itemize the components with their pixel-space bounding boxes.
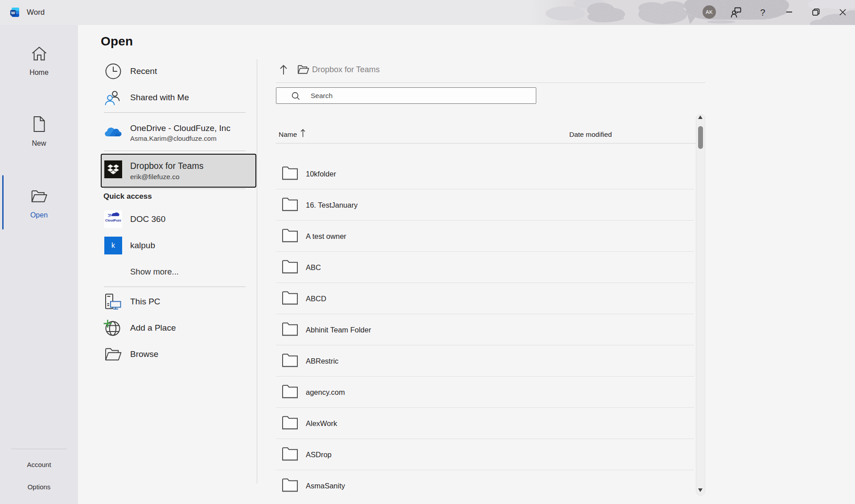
svg-text:W: W bbox=[11, 10, 15, 15]
svg-text:CloudFuze: CloudFuze bbox=[105, 219, 121, 222]
svg-text:k: k bbox=[111, 242, 115, 249]
